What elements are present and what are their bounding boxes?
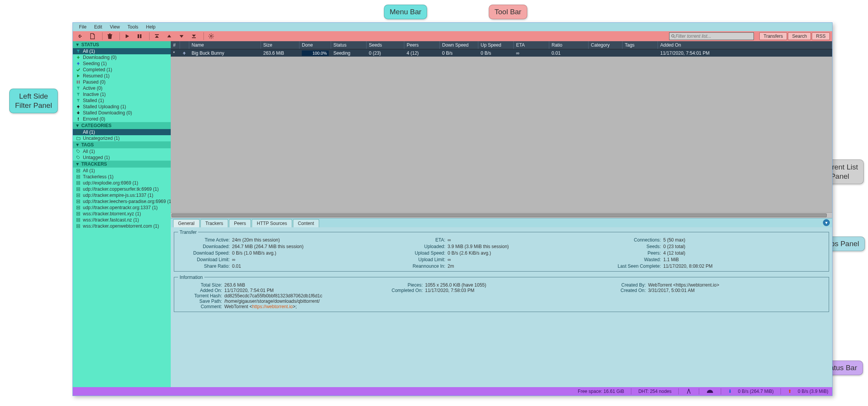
col-downspeed[interactable]: Down Speed	[440, 41, 478, 49]
svg-rect-12	[77, 175, 80, 176]
col-category[interactable]: Category	[589, 41, 622, 49]
col-status[interactable]: Status	[331, 41, 367, 49]
svg-rect-14	[77, 181, 80, 183]
expand-details-icon[interactable]: ▾	[823, 219, 830, 226]
sidebar-item[interactable]: Untagged (1)	[73, 154, 171, 161]
menu-help[interactable]: Help	[142, 23, 160, 30]
svg-rect-28	[77, 225, 80, 226]
sidebar-item[interactable]: Paused (0)	[73, 79, 171, 85]
down-icon	[76, 55, 81, 60]
tool-bar: Transfers Search RSS	[73, 31, 832, 41]
sidebar-item-label: Uncategorized (1)	[83, 136, 119, 141]
sidebar-item[interactable]: Stalled (1)	[73, 97, 171, 104]
sidebar-item[interactable]: Trackerless (1)	[73, 174, 171, 180]
sidebar-item[interactable]: Completed (1)	[73, 67, 171, 73]
add-link-icon[interactable]	[75, 32, 85, 40]
delete-icon[interactable]	[105, 32, 115, 40]
sidebar-item[interactable]: Seeding (1)	[73, 60, 171, 67]
col-added[interactable]: Added On	[658, 41, 832, 49]
rss-button[interactable]: RSS	[812, 32, 830, 40]
sidebar-section-trackers[interactable]: ▼ TRACKERS	[73, 161, 171, 168]
sidebar-item[interactable]: Stalled Uploading (1)	[73, 104, 171, 110]
col-name[interactable]: Name	[189, 41, 261, 49]
settings-icon[interactable]	[206, 32, 216, 40]
sidebar-item[interactable]: Downloading (0)	[73, 54, 171, 60]
col-done[interactable]: Done	[299, 41, 331, 49]
tab-general[interactable]: General	[173, 219, 200, 227]
status-free-space: Free space: 16.61 GiB	[578, 389, 624, 394]
move-down-icon[interactable]	[177, 32, 187, 40]
sidebar-item[interactable]: Uncategorized (1)	[73, 135, 171, 141]
menu-edit[interactable]: Edit	[90, 23, 106, 30]
sidebar-section-status[interactable]: ▼ STATUS	[73, 41, 171, 48]
sidebar-item[interactable]: All (1)	[73, 168, 171, 174]
sidebar-item[interactable]: Resumed (1)	[73, 73, 171, 79]
server-icon	[76, 224, 81, 228]
sidebar-item[interactable]: wss://tracker.openwebtorrent.com (1)	[73, 223, 171, 229]
tab-trackers[interactable]: Trackers	[200, 219, 228, 227]
sidebar-item-label: Stalled (1)	[83, 98, 104, 103]
col-seeds[interactable]: Seeds	[367, 41, 404, 49]
col-upspeed[interactable]: Up Speed	[478, 41, 514, 49]
transfer-legend: Transfer	[178, 230, 198, 235]
col-peers[interactable]: Peers	[404, 41, 440, 49]
connection-icon[interactable]	[686, 389, 692, 394]
sidebar-item-label: Paused (0)	[83, 79, 106, 85]
resume-icon[interactable]	[122, 32, 132, 40]
filter-input[interactable]	[675, 34, 752, 39]
sidebar-item[interactable]: Errored (0)	[73, 116, 171, 122]
pause-icon[interactable]	[135, 32, 145, 40]
sidebar-item[interactable]: All (1)	[73, 48, 171, 54]
status-up[interactable]: ⬆ 0 B/s (3.9 MiB)	[788, 389, 828, 394]
funnel-icon	[76, 86, 81, 91]
col-index[interactable]: #	[171, 41, 180, 49]
sidebar-item[interactable]: udp://explodie.org:6969 (1)	[73, 180, 171, 186]
tab-peers[interactable]: Peers	[229, 219, 251, 227]
horizontal-scrollbar[interactable]	[171, 212, 832, 218]
move-up-icon[interactable]	[164, 32, 174, 40]
server-icon	[76, 218, 81, 222]
search-button[interactable]: Search	[788, 32, 811, 40]
table-row[interactable]: *Big Buck Bunny263.6 MiB100.0%Seeding0 (…	[171, 49, 832, 57]
col-size[interactable]: Size	[261, 41, 299, 49]
sidebar-item[interactable]: Inactive (1)	[73, 91, 171, 97]
sidebar-section-tags[interactable]: ▼ TAGS	[73, 141, 171, 148]
col-eta[interactable]: ETA	[514, 41, 549, 49]
svg-rect-19	[77, 196, 80, 197]
comment-link[interactable]: https://webtorrent.io	[252, 304, 293, 309]
menu-view[interactable]: View	[106, 23, 124, 30]
sidebar-item[interactable]: wss://tracker.fastcast.nz (1)	[73, 217, 171, 223]
menu-tools[interactable]: Tools	[124, 23, 142, 30]
col-icon[interactable]	[180, 41, 189, 49]
sidebar-item[interactable]: wss://tracker.btorrent.xyz (1)	[73, 211, 171, 217]
col-tags[interactable]: Tags	[622, 41, 658, 49]
information-fieldset: Information Total Size:263.6 MiB Pieces:…	[174, 275, 829, 312]
tag-icon	[76, 149, 81, 154]
sidebar-item[interactable]: Active (0)	[73, 85, 171, 91]
sidebar-item[interactable]: All (1)	[73, 129, 171, 135]
tab-http-sources[interactable]: HTTP Sources	[252, 219, 292, 227]
sidebar-item-label: Completed (1)	[83, 67, 112, 72]
add-file-icon[interactable]	[87, 32, 98, 40]
tab-content[interactable]: Content	[293, 219, 319, 227]
move-bottom-icon[interactable]	[189, 32, 199, 40]
move-top-icon[interactable]	[152, 32, 162, 40]
status-down[interactable]: ⬇ 0 B/s (264.7 MiB)	[728, 389, 774, 394]
content-area: # Name Size Done Status Seeds Peers Down…	[171, 41, 832, 387]
sidebar-item[interactable]: udp://tracker.leechers-paradise.org:6969…	[73, 198, 171, 205]
server-icon	[76, 193, 81, 198]
svg-rect-23	[77, 208, 80, 209]
sidebar-item[interactable]: udp://tracker.empire-js.us:1337 (1)	[73, 192, 171, 198]
svg-rect-18	[77, 194, 80, 195]
sidebar-item[interactable]: All (1)	[73, 148, 171, 154]
menu-file[interactable]: File	[75, 23, 90, 30]
alt-speed-icon[interactable]	[706, 389, 714, 394]
sidebar-item[interactable]: udp://tracker.coppersurfer.tk:6969 (1)	[73, 186, 171, 192]
sidebar-section-categories[interactable]: ▼ CATEGORIES	[73, 122, 171, 129]
transfers-button[interactable]: Transfers	[759, 32, 787, 40]
sidebar-item[interactable]: udp://tracker.opentrackr.org:1337 (1)	[73, 205, 171, 211]
sidebar-item-label: Seeding (1)	[83, 61, 107, 66]
filter-torrent-box[interactable]	[669, 32, 754, 40]
sidebar-item[interactable]: Stalled Downloading (0)	[73, 110, 171, 116]
col-ratio[interactable]: Ratio	[549, 41, 589, 49]
